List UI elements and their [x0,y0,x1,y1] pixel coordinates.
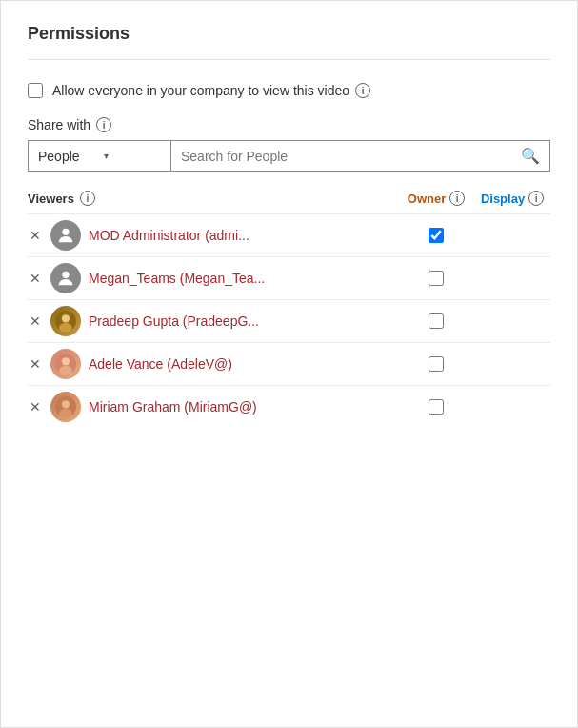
table-row: ✕ Pradeep Gupta (PradeepG... [28,299,550,342]
viewer-name[interactable]: Megan_Teams (Megan_Tea... [89,271,265,286]
share-with-section: Share with i People ▾ 🔍 [28,117,550,172]
remove-button[interactable]: ✕ [28,399,43,415]
svg-point-0 [62,229,69,235]
owner-checkbox[interactable] [429,356,444,372]
allow-everyone-label[interactable]: Allow everyone in your company to view t… [52,83,370,98]
allow-everyone-row: Allow everyone in your company to view t… [28,83,550,98]
viewers-section: Viewers i Owner i Display i ✕ [28,191,550,428]
viewer-name[interactable]: Pradeep Gupta (PradeepG... [89,313,259,329]
table-row: ✕ Miriam Graham (MiriamG@) [28,385,550,428]
share-with-label: Share with i [28,117,550,132]
display-column-header: Display i [474,191,550,206]
search-input[interactable] [181,149,515,164]
viewers-header-left: Viewers i [28,191,398,206]
viewers-header: Viewers i Owner i Display i [28,191,550,213]
owner-checkbox[interactable] [429,271,444,286]
avatar [50,220,81,251]
avatar [50,263,81,293]
avatar [50,349,81,379]
svg-point-3 [62,314,70,322]
table-row: ✕ Adele Vance (AdeleV@) [28,342,550,385]
owner-cell [398,356,474,372]
allow-everyone-info-icon[interactable]: i [355,83,370,98]
remove-button[interactable]: ✕ [28,228,43,243]
owner-cell [398,313,474,329]
viewer-name[interactable]: Adele Vance (AdeleV@) [89,356,232,372]
table-row: ✕ MOD Administrator (admi... [28,213,550,256]
remove-button[interactable]: ✕ [28,356,43,372]
avatar [50,306,81,336]
share-with-controls: People ▾ 🔍 [28,140,550,172]
owner-info-icon[interactable]: i [449,191,465,206]
remove-button[interactable]: ✕ [28,271,43,286]
search-icon[interactable]: 🔍 [521,147,540,165]
svg-point-1 [62,272,69,278]
table-row: ✕ Megan_Teams (Megan_Tea... [28,256,550,299]
permissions-panel: Permissions Allow everyone in your compa… [0,0,578,728]
display-info-icon[interactable]: i [528,191,544,206]
search-container: 🔍 [171,141,549,171]
remove-button[interactable]: ✕ [28,313,43,329]
people-dropdown[interactable]: People ▾ [29,141,171,171]
allow-everyone-checkbox[interactable] [28,83,43,98]
owner-checkbox[interactable] [429,399,444,415]
owner-cell [398,399,474,415]
owner-checkbox[interactable] [429,313,444,329]
chevron-down-icon: ▾ [104,151,162,161]
avatar [50,392,81,422]
owner-checkbox[interactable] [429,228,444,243]
owner-cell [398,228,474,243]
viewers-label: Viewers [28,192,74,206]
owner-column-header: Owner i [398,191,474,206]
dropdown-selected-value: People [38,149,96,164]
owner-cell [398,271,474,286]
share-with-info-icon[interactable]: i [96,117,111,132]
viewers-info-icon[interactable]: i [80,191,95,206]
svg-point-6 [62,357,70,365]
viewer-name[interactable]: MOD Administrator (admi... [89,228,249,243]
panel-title: Permissions [28,24,550,60]
svg-point-9 [62,400,70,408]
viewer-name[interactable]: Miriam Graham (MiriamG@) [89,399,257,415]
